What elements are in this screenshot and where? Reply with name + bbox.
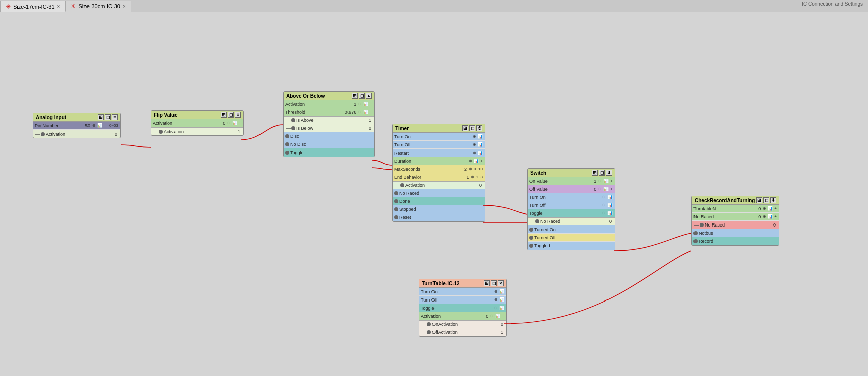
tt-ctrl-1[interactable]: ⊞ xyxy=(484,280,490,286)
timer-dur-icon3[interactable]: + xyxy=(480,159,483,163)
timer-stopped-label: Stopped xyxy=(399,207,483,212)
pin-icon-2[interactable]: 📊 xyxy=(97,123,103,128)
tt-ton-i2[interactable]: 📊 xyxy=(499,289,505,294)
timer-endbeh-value: 1 xyxy=(460,175,470,180)
timer-ctrl-3[interactable]: ⏱ xyxy=(476,125,482,131)
above-icon-1[interactable]: ⊕ xyxy=(358,102,362,106)
ck-nr-i1[interactable]: ⊕ xyxy=(762,214,767,219)
sw-tog-i1[interactable]: ⊕ xyxy=(602,211,606,215)
flip-icon-3[interactable]: + xyxy=(238,121,242,125)
ck-tn-i1[interactable]: ⊕ xyxy=(762,206,767,211)
tab-close-1[interactable]: × xyxy=(57,4,60,9)
switch-noraced-row: — No Raced 0 xyxy=(528,217,615,225)
timer-to-icon2[interactable]: 📊 xyxy=(477,134,483,139)
switch-turnedoff-row: Turned Off xyxy=(528,234,615,242)
above-thresh-icon-2[interactable]: 📊 xyxy=(363,110,369,114)
tt-turnon-row: Turn On ⊕ 📊 xyxy=(419,288,506,296)
sw-ov-i3[interactable]: + xyxy=(610,179,613,183)
check-nr-icons: ⊕ 📊 + xyxy=(762,214,777,219)
above-thresh-icon-1[interactable]: ⊕ xyxy=(358,110,362,114)
node-flip-value: Flip Value ⊞ ◻ ∪ Activation 0 ⊕ 📊 + — Ac… xyxy=(151,110,244,136)
timer-ms-icon1[interactable]: ⊕ xyxy=(468,167,473,171)
timer-ctrl-1[interactable]: ⊞ xyxy=(462,125,468,131)
sw-ofv-i2[interactable]: 📊 xyxy=(603,187,609,191)
flip-ctrl-1[interactable]: ⊞ xyxy=(221,112,227,118)
flip-ctrl-2[interactable]: ◻ xyxy=(228,112,234,118)
timer-dur-icon1[interactable]: ⊕ xyxy=(468,159,473,163)
pin-icon-3[interactable]: — xyxy=(103,123,108,128)
timer-maxsec-value: 2 xyxy=(458,167,468,172)
tt-ctrl-2[interactable]: ◻ xyxy=(491,280,497,286)
timer-tf-icon2[interactable]: 📊 xyxy=(477,142,483,147)
above-ctrl-1[interactable]: ⊞ xyxy=(352,93,358,99)
sw-ov-i2[interactable]: 📊 xyxy=(603,179,609,183)
sw-tof-i2[interactable]: 📊 xyxy=(607,203,613,207)
above-icon-2[interactable]: 📊 xyxy=(363,102,369,106)
timer-tf-icon1[interactable]: ⊕ xyxy=(472,142,477,147)
tt-tof-i2[interactable]: 📊 xyxy=(499,297,505,302)
switch-offvalue-row: Off Value 0 ⊕ 📊 + xyxy=(528,185,615,193)
analog-ctrl-2[interactable]: ◻ xyxy=(105,114,111,120)
tab-size-30[interactable]: ✳ Size-30cm-IC-30 × xyxy=(65,1,131,12)
tt-act-i3[interactable]: + xyxy=(501,314,505,318)
tt-act-i2[interactable]: 📊 xyxy=(495,314,501,318)
switch-ctrl-1[interactable]: ⊞ xyxy=(592,170,598,176)
pin-icon-1[interactable]: ⊕ xyxy=(92,123,96,128)
ck-tn-i3[interactable]: + xyxy=(774,206,777,211)
switch-toggled-row: Toggled xyxy=(528,242,615,250)
tt-tof-i1[interactable]: ⊕ xyxy=(494,297,498,302)
switch-turnedon-row: Turned On xyxy=(528,225,615,234)
switch-turnedon-port xyxy=(529,228,533,232)
check-ctrl-2[interactable]: ◻ xyxy=(763,197,769,203)
flip-value-controls: ⊞ ◻ ∪ xyxy=(221,112,241,118)
tt-act-value: 0 xyxy=(480,314,490,319)
sw-ofv-i3[interactable]: + xyxy=(610,187,613,191)
sw-ov-i1[interactable]: ⊕ xyxy=(598,179,602,183)
sw-ton-i2[interactable]: 📊 xyxy=(607,195,613,199)
timer-endbeh-label: End Behavior xyxy=(394,175,460,180)
timer-to-icon1[interactable]: ⊕ xyxy=(472,134,477,139)
tt-ctrl-3[interactable]: × xyxy=(498,280,504,286)
above-ctrl-2[interactable]: ◻ xyxy=(359,93,365,99)
above-icon-3[interactable]: + xyxy=(369,102,373,106)
tt-ton-i1[interactable]: ⊕ xyxy=(494,289,498,294)
switch-ctrl-2[interactable]: ◻ xyxy=(599,170,605,176)
check-ctrl-3[interactable]: ⬇ xyxy=(770,197,776,203)
sw-tof-i1[interactable]: ⊕ xyxy=(602,203,606,207)
analog-input-controls: ⊞ ◻ ≡ xyxy=(98,114,118,120)
analog-ctrl-3[interactable]: ≡ xyxy=(112,114,118,120)
timer-rs-icon2[interactable]: 📊 xyxy=(477,151,483,155)
ck-nr-i2[interactable]: 📊 xyxy=(767,214,773,219)
timer-endbeh-icons: ⊕ 1~3 xyxy=(470,175,483,179)
sw-ton-i1[interactable]: ⊕ xyxy=(602,195,606,199)
node-above-or-below: Above Or Below ⊞ ◻ ▲ Activation 1 ⊕ 📊 + … xyxy=(283,91,375,157)
tt-act-i1[interactable]: ⊕ xyxy=(490,314,494,318)
sw-ofv-i1[interactable]: ⊕ xyxy=(598,187,602,191)
flip-icon-2[interactable]: 📊 xyxy=(232,121,238,125)
check-ctrl-1[interactable]: ⊞ xyxy=(756,197,762,203)
tt-tog-i1[interactable]: ⊕ xyxy=(494,306,498,310)
switch-turnon-label: Turn On xyxy=(529,195,602,200)
flip-icon-1[interactable]: ⊕ xyxy=(227,121,231,125)
check-header: CheckRecordAndTurning ⊞ ◻ ⬇ xyxy=(692,196,779,205)
timer-stopped-row: Stopped xyxy=(393,205,485,213)
analog-port-left xyxy=(41,132,45,136)
timer-rs-icon1[interactable]: ⊕ xyxy=(472,151,477,155)
tab-bar: ✳ Size-17cm-IC-31 × ✳ Size-30cm-IC-30 × … xyxy=(0,0,868,12)
ck-nr-i3[interactable]: + xyxy=(774,214,777,219)
above-thresh-icon-3[interactable]: + xyxy=(369,110,373,114)
analog-ctrl-1[interactable]: ⊞ xyxy=(98,114,104,120)
above-ctrl-3[interactable]: ▲ xyxy=(366,93,372,99)
timer-eb-icon1[interactable]: ⊕ xyxy=(470,175,475,179)
timer-ctrl-2[interactable]: ◻ xyxy=(469,125,475,131)
timer-dur-icon2[interactable]: 📊 xyxy=(473,159,479,163)
flip-ctrl-3[interactable]: ∪ xyxy=(235,112,241,118)
tt-tog-i2[interactable]: 📊 xyxy=(499,306,505,310)
timer-done-row: Done xyxy=(393,197,485,205)
tab-size-17[interactable]: ✳ Size-17cm-IC-31 × xyxy=(0,1,65,12)
sw-tog-i2[interactable]: 📊 xyxy=(607,211,613,215)
ck-tn-i2[interactable]: 📊 xyxy=(767,206,773,211)
switch-ctrl-3[interactable]: ⬇ xyxy=(606,170,612,176)
above-disc-row: Disc xyxy=(284,132,374,140)
tab-close-2[interactable]: × xyxy=(123,4,126,9)
